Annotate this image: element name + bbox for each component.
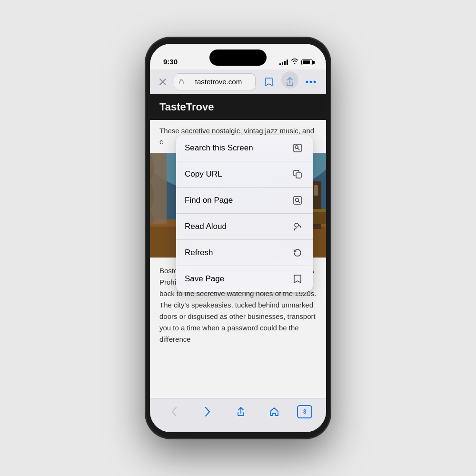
read-aloud-icon — [291, 220, 304, 233]
context-menu: Search this Screen Copy URL — [176, 135, 313, 292]
find-on-page-icon — [291, 194, 304, 207]
menu-copy-url-label: Copy URL — [185, 169, 222, 179]
share-highlight-circle — [281, 71, 298, 89]
svg-point-41 — [295, 223, 298, 227]
svg-rect-39 — [294, 197, 301, 204]
svg-rect-38 — [296, 173, 301, 178]
menu-item-read-aloud[interactable]: Read Aloud — [176, 214, 313, 240]
refresh-icon — [291, 246, 304, 259]
menu-item-refresh[interactable]: Refresh — [176, 240, 313, 266]
search-screen-icon — [291, 141, 304, 155]
svg-point-40 — [296, 198, 299, 202]
menu-item-search-screen[interactable]: Search this Screen — [176, 135, 313, 161]
menu-item-save-page[interactable]: Save Page — [176, 266, 313, 292]
menu-refresh-label: Refresh — [185, 248, 213, 258]
phone-screen: 9:30 — [150, 44, 326, 432]
menu-read-aloud-label: Read Aloud — [185, 222, 227, 231]
copy-url-icon — [291, 168, 304, 181]
phone-device: 9:30 — [145, 37, 331, 439]
menu-item-find-on-page[interactable]: Find on Page — [176, 188, 313, 214]
menu-item-copy-url[interactable]: Copy URL — [176, 161, 313, 188]
menu-search-screen-label: Search this Screen — [185, 143, 253, 153]
save-page-icon — [291, 272, 304, 286]
menu-find-page-label: Find on Page — [185, 196, 233, 205]
menu-save-page-label: Save Page — [185, 274, 224, 284]
